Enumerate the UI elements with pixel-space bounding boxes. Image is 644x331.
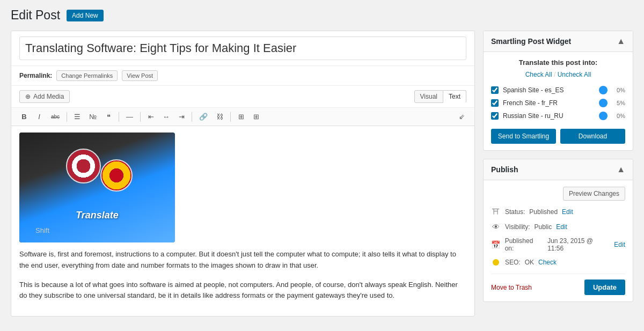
- preview-changes-button[interactable]: Preview Changes: [563, 187, 625, 201]
- visual-tab[interactable]: Visual: [414, 90, 443, 103]
- text-tab[interactable]: Text: [443, 90, 466, 103]
- align-left-button[interactable]: ⇤: [144, 111, 157, 123]
- hr-button[interactable]: —: [123, 111, 136, 123]
- italic-button[interactable]: I: [33, 111, 46, 123]
- link-button[interactable]: 🔗: [196, 111, 211, 123]
- editor-text-content: Software is, first and foremost, instruc…: [19, 249, 466, 301]
- locale-checkbox-french[interactable]: [491, 99, 499, 107]
- indent-button[interactable]: ⊞: [235, 111, 247, 123]
- visibility-label: Visibility:: [505, 223, 530, 231]
- status-label: Status:: [505, 208, 525, 216]
- table-button[interactable]: ⊞: [250, 111, 262, 123]
- translate-into-title: Translate this post into:: [491, 58, 625, 67]
- seo-label: SEO:: [505, 259, 521, 266]
- published-edit-link[interactable]: Edit: [614, 241, 625, 248]
- strikethrough-button[interactable]: abc: [48, 112, 63, 122]
- toolbar-separator-2: [119, 112, 119, 122]
- visibility-icon: 👁: [491, 222, 501, 232]
- published-row: 📅 Published on: Jun 23, 2015 @ 11:56 Edi…: [491, 237, 625, 252]
- publish-footer: Move to Trash Update: [491, 274, 625, 295]
- add-media-button[interactable]: ⊕ Add Media: [19, 90, 70, 103]
- unordered-list-button[interactable]: ☰: [71, 111, 84, 123]
- locale-row-russian: Russian Site - ru_RU 0%: [491, 109, 625, 122]
- locale-progress-dot-french: [599, 99, 608, 107]
- post-title-input[interactable]: [19, 36, 466, 60]
- editor-toolbar-row: ⊕ Add Media Visual Text: [11, 86, 474, 108]
- content-editor: Permalink: Change Permalinks View Post ⊕…: [11, 31, 475, 317]
- preview-btn-wrap: Preview Changes: [491, 187, 625, 201]
- status-row: ⛩ Status: Published Edit: [491, 207, 625, 217]
- smartling-actions: Send to Smartling Download: [491, 129, 625, 144]
- toolbar-separator-5: [230, 112, 231, 122]
- align-center-button[interactable]: ↔: [159, 111, 173, 123]
- toolbar-separator-3: [140, 112, 141, 122]
- visibility-value: Public: [534, 223, 552, 231]
- seo-check-link[interactable]: Check: [538, 259, 557, 266]
- keyboard-visual: [19, 133, 175, 242]
- flag-us-icon: [66, 149, 101, 183]
- fullscreen-button[interactable]: ⇙: [455, 111, 468, 123]
- locale-pct-russian: 0%: [612, 113, 625, 119]
- uncheck-all-link[interactable]: Uncheck All: [558, 71, 591, 78]
- update-button[interactable]: Update: [584, 279, 625, 295]
- permalink-label: Permalink:: [19, 72, 52, 79]
- status-icon: ⛩: [491, 207, 501, 217]
- locale-label-french: French Site - fr_FR: [503, 99, 595, 107]
- publish-widget-title: Publish: [491, 165, 518, 174]
- editor-formatting-toolbar: B I abc ☰ № ❝ — ⇤ ↔ ⇥ 🔗 ⛓ ⊞ ⊞ ⇙: [11, 108, 474, 126]
- toolbar-separator-4: [192, 112, 192, 122]
- smartling-widget-title: Smartling Post Widget: [491, 37, 571, 46]
- smartling-widget-toggle[interactable]: ▲: [617, 36, 625, 46]
- locale-progress-dot-russian: [599, 112, 608, 120]
- locale-checkbox-spanish[interactable]: [491, 86, 499, 94]
- divider: /: [554, 71, 558, 78]
- send-to-smartling-button[interactable]: Send to Smartling: [491, 129, 556, 144]
- editor-body: Software is, first and foremost, instruc…: [11, 126, 474, 316]
- add-new-button[interactable]: Add New: [67, 10, 104, 21]
- unlink-button[interactable]: ⛓: [213, 111, 226, 123]
- publish-widget-header: Publish ▲: [484, 159, 633, 180]
- seo-dot-icon: [491, 258, 501, 267]
- check-all-row: Check All / Uncheck All: [491, 71, 625, 78]
- locale-row-french: French Site - fr_FR 5%: [491, 97, 625, 109]
- change-permalinks-button[interactable]: Change Permalinks: [56, 70, 118, 81]
- sidebar: Smartling Post Widget ▲ Translate this p…: [483, 31, 633, 317]
- move-to-trash-link[interactable]: Move to Trash: [491, 284, 532, 291]
- visibility-edit-link[interactable]: Edit: [556, 223, 567, 231]
- page-title: Edit Post: [11, 8, 60, 23]
- smartling-widget: Smartling Post Widget ▲ Translate this p…: [483, 31, 633, 151]
- seo-value: OK: [525, 259, 534, 266]
- published-label: Published on:: [505, 237, 543, 252]
- align-right-button[interactable]: ⇥: [175, 111, 188, 123]
- visibility-row: 👁 Visibility: Public Edit: [491, 222, 625, 232]
- status-value: Published: [529, 208, 558, 216]
- publish-widget-body: Preview Changes ⛩ Status: Published Edit…: [484, 180, 633, 301]
- locale-pct-french: 5%: [612, 100, 625, 106]
- locale-checkbox-russian[interactable]: [491, 112, 499, 120]
- blockquote-button[interactable]: ❝: [102, 111, 115, 123]
- smartling-widget-header: Smartling Post Widget ▲: [484, 31, 633, 52]
- publish-widget: Publish ▲ Preview Changes ⛩ Status: Publ…: [483, 159, 633, 302]
- publish-meta: ⛩ Status: Published Edit 👁 Visibility: P…: [491, 207, 625, 267]
- check-all-link[interactable]: Check All: [525, 71, 552, 78]
- download-button[interactable]: Download: [560, 129, 625, 144]
- smartling-widget-body: Translate this post into: Check All / Un…: [484, 52, 633, 150]
- toolbar-separator-1: [67, 112, 67, 122]
- post-title-wrap: [11, 31, 474, 66]
- locale-pct-spanish: 0%: [612, 87, 625, 93]
- locale-row-spanish: Spanish Site - es_ES 0%: [491, 84, 625, 97]
- post-image: [19, 133, 175, 242]
- ordered-list-button[interactable]: №: [86, 111, 100, 123]
- bold-button[interactable]: B: [18, 111, 31, 123]
- locale-label-russian: Russian Site - ru_RU: [503, 112, 595, 120]
- flag-es-icon: [100, 159, 133, 192]
- locale-progress-dot-spanish: [599, 86, 608, 94]
- view-post-button[interactable]: View Post: [122, 70, 158, 81]
- editor-image-wrap: [19, 133, 466, 242]
- status-edit-link[interactable]: Edit: [562, 208, 573, 216]
- calendar-icon: 📅: [491, 240, 501, 249]
- permalink-row: Permalink: Change Permalinks View Post: [11, 66, 474, 86]
- published-value: Jun 23, 2015 @ 11:56: [547, 237, 610, 252]
- publish-widget-toggle[interactable]: ▲: [617, 165, 625, 174]
- seo-row: SEO: OK Check: [491, 258, 625, 267]
